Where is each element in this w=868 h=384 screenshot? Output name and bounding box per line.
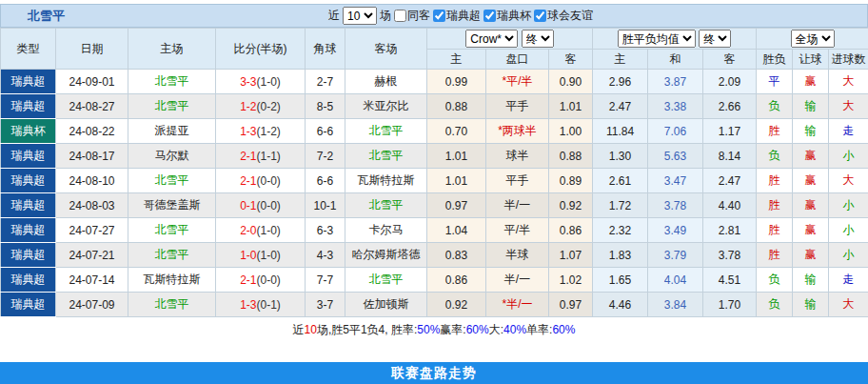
- league-cup-checkbox[interactable]: [483, 10, 496, 22]
- match-row: 瑞典超24-08-17马尔默2-1(1-1)7-2北雪平1.01球半0.881.…: [1, 144, 868, 169]
- home-team: 北雪平: [128, 243, 216, 268]
- league-cup-label: 瑞典杯: [497, 8, 531, 24]
- avg-draw: 4.04: [648, 268, 703, 293]
- result-cell: 负: [757, 94, 793, 119]
- match-table-body: 瑞典超24-09-01北雪平3-3(1-0)2-7赫根0.99*平/半0.902…: [1, 70, 868, 317]
- avg-stage-select[interactable]: 终: [699, 30, 731, 48]
- odds-home: 0.97: [427, 193, 486, 218]
- summary-part: 50%: [417, 323, 440, 336]
- match-score: 3-3(1-0): [216, 70, 306, 94]
- corner-score: 3-7: [306, 293, 345, 317]
- avg-group-header: 胜平负均值 终: [593, 29, 757, 50]
- same-away-option[interactable]: 同客: [394, 8, 430, 24]
- away-team: 佐加顿斯: [345, 293, 427, 317]
- handicap-line: 半球: [486, 243, 549, 268]
- avg-home: 1.72: [593, 193, 648, 218]
- corner-score: 4-3: [306, 243, 345, 268]
- league-super-checkbox[interactable]: [433, 10, 445, 22]
- same-away-checkbox[interactable]: [394, 10, 406, 22]
- handicap-line: 半/一: [486, 268, 549, 293]
- match-score: 1-3(1-2): [216, 119, 306, 144]
- away-team: 北雪平: [345, 144, 427, 169]
- goals-result-cell: 小: [829, 218, 868, 243]
- filter-friendly[interactable]: 球会友谊: [534, 8, 593, 24]
- odds-home: 1.04: [427, 218, 486, 243]
- result-scope-select[interactable]: 全场: [791, 30, 835, 48]
- corner-score: 6-3: [306, 218, 345, 243]
- goals-result-cell: 大: [829, 169, 868, 193]
- summary-part: 单率:: [526, 322, 552, 338]
- filter-league-super[interactable]: 瑞典超: [433, 8, 481, 24]
- away-team: 北雪平: [345, 193, 427, 218]
- league-badge: 瑞典超: [1, 193, 56, 218]
- odds-away: 0.90: [549, 70, 593, 94]
- handicap-result-cell: 赢: [793, 144, 829, 169]
- odds-provider-select[interactable]: Crow*: [465, 30, 518, 48]
- handicap-result-cell: 输: [793, 293, 829, 317]
- handicap-line: 球半: [486, 144, 549, 169]
- corner-score: 6-6: [306, 169, 345, 193]
- odds-stage-select[interactable]: 终: [522, 30, 554, 48]
- away-team: 北雪平: [345, 119, 427, 144]
- match-score: 2-1(1-1): [216, 144, 306, 169]
- subcol-avg-away: 客: [703, 50, 757, 70]
- match-row: 瑞典超24-08-10北雪平2-1(0-0)6-6瓦斯特拉斯1.01平手0.89…: [1, 169, 868, 193]
- avg-draw: 5.63: [648, 144, 703, 169]
- league-badge: 瑞典杯: [1, 119, 56, 144]
- avg-type-select[interactable]: 胜平负均值: [618, 30, 696, 48]
- away-team: 瓦斯特拉斯: [345, 169, 427, 193]
- odds-away: 0.92: [549, 193, 593, 218]
- avg-home: 2.32: [593, 218, 648, 243]
- odds-home: 0.83: [427, 243, 486, 268]
- home-team: 北雪平: [128, 169, 216, 193]
- subcol-handicap-result: 让球: [793, 50, 829, 70]
- avg-draw: 3.84: [648, 293, 703, 317]
- league-badge: 瑞典超: [1, 94, 56, 119]
- away-team: 卡尔马: [345, 218, 427, 243]
- match-row: 瑞典超24-07-14瓦斯特拉斯2-1(0-0)7-7北雪平0.86半/一1.0…: [1, 268, 868, 293]
- league-trend-footer: 联赛盘路走势: [0, 362, 868, 384]
- handicap-result-cell: 输: [793, 268, 829, 293]
- avg-home: 2.61: [593, 169, 648, 193]
- match-score: 0-1(0-0): [216, 193, 306, 218]
- odds-home: 0.86: [427, 268, 486, 293]
- result-cell: 胜: [757, 119, 793, 144]
- home-team: 北雪平: [128, 94, 216, 119]
- avg-away: 8.14: [703, 144, 757, 169]
- handicap-line: 平/半: [486, 218, 549, 243]
- filter-league-cup[interactable]: 瑞典杯: [483, 8, 531, 24]
- home-team: 瓦斯特拉斯: [128, 268, 216, 293]
- goals-result-cell: 走: [829, 268, 868, 293]
- home-team: 北雪平: [128, 70, 216, 94]
- odds-away: 1.01: [549, 94, 593, 119]
- match-score: 2-1(0-0): [216, 169, 306, 193]
- col-header-score: 比分(半场): [216, 29, 306, 70]
- matches-count-select[interactable]: 10: [343, 7, 377, 25]
- avg-home: 2.96: [593, 70, 648, 94]
- handicap-line: 半/一: [486, 193, 549, 218]
- league-badge: 瑞典超: [1, 293, 56, 317]
- subcol-avg-draw: 和: [648, 50, 703, 70]
- odds-home: 1.01: [427, 169, 486, 193]
- match-row: 瑞典杯24-08-22派提亚1-3(1-2)6-6北雪平0.70*两球半1.00…: [1, 119, 868, 144]
- summary-part: 近: [293, 322, 305, 338]
- goals-result-cell: 大: [829, 293, 868, 317]
- friendly-checkbox[interactable]: [534, 10, 546, 22]
- odds-home: 0.99: [427, 70, 486, 94]
- goals-result-cell: 小: [829, 193, 868, 218]
- home-team: 北雪平: [128, 218, 216, 243]
- avg-away: 2.47: [703, 169, 757, 193]
- match-score: 2-0(1-0): [216, 218, 306, 243]
- avg-draw: 3.38: [648, 94, 703, 119]
- avg-home: 4.46: [593, 293, 648, 317]
- odds-away: 0.88: [549, 144, 593, 169]
- match-date: 24-08-10: [56, 169, 128, 193]
- match-score: 1-3(0-1): [216, 293, 306, 317]
- league-super-label: 瑞典超: [446, 8, 481, 24]
- odds-group-header: Crow* 终: [427, 29, 593, 50]
- match-date: 24-07-09: [56, 293, 128, 317]
- home-team: 北雪平: [128, 293, 216, 317]
- odds-away: 1.02: [549, 268, 593, 293]
- match-date: 24-07-27: [56, 218, 128, 243]
- same-away-label: 同客: [407, 8, 430, 24]
